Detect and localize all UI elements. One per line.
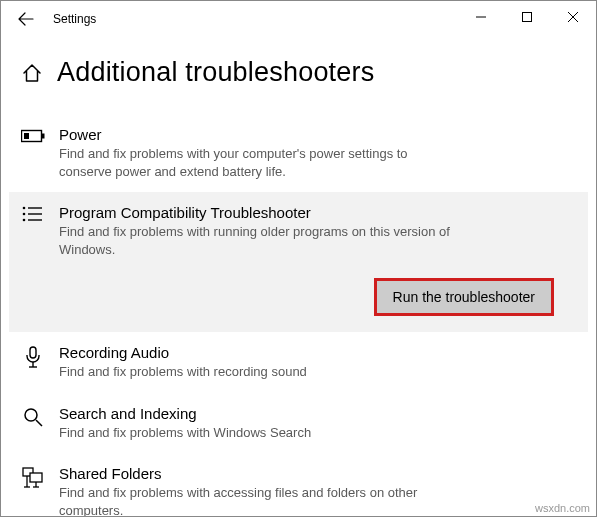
svg-rect-6 — [24, 133, 29, 139]
watermark: wsxdn.com — [535, 502, 590, 514]
arrow-left-icon — [18, 11, 34, 27]
item-desc: Find and fix problems with running older… — [59, 223, 459, 258]
maximize-button[interactable] — [504, 1, 550, 33]
svg-rect-5 — [42, 134, 45, 139]
item-desc: Find and fix problems with accessing fil… — [59, 484, 459, 517]
page-header: Additional troubleshooters — [21, 57, 576, 88]
item-body: Search and Indexing Find and fix problem… — [59, 405, 576, 442]
troubleshooter-item-recording-audio[interactable]: Recording Audio Find and fix problems wi… — [21, 332, 576, 393]
item-desc: Find and fix problems with your computer… — [59, 145, 459, 180]
item-desc: Find and fix problems with Windows Searc… — [59, 424, 459, 442]
item-title: Recording Audio — [59, 344, 576, 361]
titlebar: Settings — [1, 1, 596, 37]
minimize-icon — [476, 12, 486, 22]
battery-icon — [21, 128, 45, 144]
svg-point-16 — [25, 409, 37, 421]
minimize-button[interactable] — [458, 1, 504, 33]
item-body: Program Compatibility Troubleshooter Fin… — [59, 204, 576, 316]
list-icon — [21, 206, 45, 222]
run-troubleshooter-button[interactable]: Run the troubleshooter — [374, 278, 554, 316]
content-area: Additional troubleshooters Power Find an… — [1, 57, 596, 517]
svg-rect-13 — [30, 347, 36, 358]
svg-rect-19 — [30, 473, 42, 482]
troubleshooter-item-search-indexing[interactable]: Search and Indexing Find and fix problem… — [21, 393, 576, 454]
home-icon[interactable] — [21, 62, 43, 84]
close-icon — [568, 12, 578, 22]
item-title: Power — [59, 126, 576, 143]
window-controls — [458, 1, 596, 33]
troubleshooter-item-shared-folders[interactable]: Shared Folders Find and fix problems wit… — [21, 453, 576, 517]
svg-point-11 — [23, 219, 26, 222]
troubleshooter-item-program-compatibility[interactable]: Program Compatibility Troubleshooter Fin… — [9, 192, 588, 332]
window-title: Settings — [53, 12, 96, 26]
svg-point-9 — [23, 213, 26, 216]
svg-rect-1 — [523, 13, 532, 22]
item-title: Shared Folders — [59, 465, 576, 482]
search-icon — [21, 407, 45, 427]
microphone-icon — [21, 346, 45, 370]
item-body: Power Find and fix problems with your co… — [59, 126, 576, 180]
page-title: Additional troubleshooters — [57, 57, 374, 88]
troubleshooter-item-power[interactable]: Power Find and fix problems with your co… — [21, 114, 576, 192]
shared-folders-icon — [21, 467, 45, 489]
item-title: Program Compatibility Troubleshooter — [59, 204, 576, 221]
svg-point-7 — [23, 207, 26, 210]
item-body: Recording Audio Find and fix problems wi… — [59, 344, 576, 381]
maximize-icon — [522, 12, 532, 22]
back-button[interactable] — [5, 1, 47, 37]
close-button[interactable] — [550, 1, 596, 33]
run-button-row: Run the troubleshooter — [59, 278, 576, 316]
item-desc: Find and fix problems with recording sou… — [59, 363, 459, 381]
item-title: Search and Indexing — [59, 405, 576, 422]
item-body: Shared Folders Find and fix problems wit… — [59, 465, 576, 517]
svg-line-17 — [36, 420, 42, 426]
